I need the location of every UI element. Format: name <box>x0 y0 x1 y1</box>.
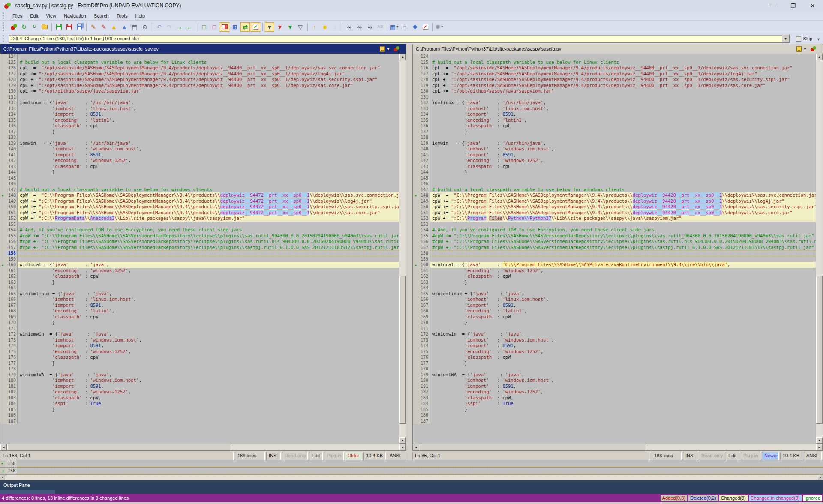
code-line[interactable]: 172winiomwin = {'java' : 'java', <box>413 331 816 337</box>
code-line[interactable]: 185 } <box>413 407 816 413</box>
grid-view-icon[interactable]: ⊞ <box>230 22 240 32</box>
scroll-right-icon[interactable]: ► <box>816 444 823 450</box>
code-line[interactable]: 132iomlinux = {'java' : '/usr/bin/java', <box>0 100 399 106</box>
scroll-left-icon[interactable]: ◄ <box>413 444 419 450</box>
code-line[interactable]: 167 'iomport' : 8591, <box>0 303 399 309</box>
code-line[interactable]: 125# build out a local classpath variabl… <box>0 60 399 66</box>
code-line[interactable]: 126cpL = "/opt/sasinside/SASHome/SASDepl… <box>413 65 816 71</box>
code-line[interactable]: 147# build out a local classpath variabl… <box>413 187 816 193</box>
code-line[interactable]: 157#cpW += ";C:\\Program Files\\SASHome\… <box>413 245 816 251</box>
code-line[interactable]: 154# And, if you've configured IOM to us… <box>413 227 816 233</box>
code-line[interactable]: 146 <box>413 181 816 187</box>
code-line[interactable]: 182 'encoding' : 'windows-1252', <box>413 389 816 395</box>
filter-all-icon[interactable]: ▼ <box>265 22 274 32</box>
app-icon[interactable] <box>9 22 18 32</box>
code-line[interactable]: 128cpL += ":/opt/sasinside/SASHome/SASDe… <box>413 77 816 83</box>
menu-help[interactable]: Help <box>131 12 149 19</box>
first-file-code-area[interactable]: 124125# build out a local classpath vari… <box>0 54 399 444</box>
copy-down-icon[interactable]: ↓ <box>330 22 340 32</box>
filter-second-icon[interactable]: ▼ <box>285 22 295 32</box>
code-line[interactable]: 130cpL += ":/opt/github/saspy/java/saspy… <box>413 88 816 94</box>
scroll-down-icon[interactable]: ▼ <box>399 437 406 444</box>
code-line[interactable]: 137 } <box>413 129 816 135</box>
save-first-icon[interactable] <box>54 22 63 32</box>
code-line[interactable]: 158 <box>0 250 399 256</box>
code-line[interactable]: 166 'iomhost' : 'linux.iom.host', <box>0 297 399 303</box>
find-icon[interactable]: ∞ <box>345 22 354 32</box>
code-line[interactable]: 130cpL += ":/opt/github/saspy/java/saspy… <box>0 88 399 94</box>
code-line[interactable]: 124 <box>0 54 399 60</box>
code-line[interactable]: 183 'classpath' : cpW, <box>413 395 816 401</box>
code-line[interactable]: 140 'iomhost' : 'windows.iom.host', <box>0 146 399 152</box>
code-line[interactable]: 170 } <box>413 320 816 326</box>
code-line[interactable]: 173 'iomhost' : 'windows.iom.host', <box>413 337 816 343</box>
code-line[interactable]: 153 <box>0 222 399 228</box>
diff-combo-dropdown-icon[interactable]: ▼ <box>782 35 790 43</box>
code-line[interactable]: 141 'iomport' : 8591, <box>413 152 816 158</box>
copy-path-icon[interactable] <box>796 46 802 52</box>
code-line[interactable]: 166 'iomhost' : 'linux.iom.host', <box>413 297 816 303</box>
code-line[interactable]: 169 'classpath' : cpW <box>413 314 816 320</box>
show-differences-icon[interactable]: □ <box>210 22 219 32</box>
code-line[interactable]: 127cpL += ":/opt/sasinside/SASHome/SASDe… <box>413 71 816 77</box>
pane-splitter[interactable] <box>406 44 412 451</box>
code-line[interactable]: 180 'iomhost' : 'windows.iom.host', <box>413 378 816 384</box>
code-line[interactable]: 176 'classpath' : cpW <box>0 354 399 360</box>
code-line[interactable]: 156#cpW += ";C:\\Program Files\\SASHome\… <box>413 239 816 245</box>
code-line[interactable]: 152cpW += ";C:\\Program Files\\Python\\P… <box>413 216 816 222</box>
code-line[interactable]: ◄160winlocal = {'java' : 'C:\\Program Fi… <box>413 262 816 268</box>
next-change-icon[interactable]: → <box>175 22 184 32</box>
code-line[interactable]: 178 <box>0 366 399 372</box>
code-line[interactable]: 131 <box>0 94 399 100</box>
current-diff-combo[interactable]: Diff 4: Change 1 line (160, first file) … <box>9 35 782 43</box>
code-line[interactable]: 145 <box>413 175 816 181</box>
code-line[interactable]: 143 'classpath' : cpL <box>413 164 816 170</box>
code-line[interactable]: 162 'classpath' : cpW <box>0 273 399 279</box>
code-line[interactable]: 150cpW += ";C:\\Program Files\\SASHome\\… <box>413 204 816 210</box>
code-line[interactable]: 135 'encoding' : 'latin1', <box>0 117 399 123</box>
skip-checkbox[interactable] <box>796 36 801 42</box>
code-line[interactable]: 133 'iomhost' : 'linux.iom.host', <box>413 106 816 112</box>
code-line[interactable]: 181 'iomport' : 8591, <box>0 384 399 390</box>
code-line[interactable]: ►148cpW = "C:\\Program Files\\SASHome\\S… <box>0 192 399 198</box>
second-vscroll-thumb[interactable] <box>816 276 823 424</box>
code-line[interactable]: 179winiomIWA = {'java' : 'java', <box>0 372 399 378</box>
code-line[interactable]: 134 'iomport' : 8591, <box>0 111 399 117</box>
settings-gear-icon[interactable]: ✺▼ <box>435 22 444 32</box>
code-line[interactable]: 129cpL += ":/opt/sasinside/SASHome/SASDe… <box>413 83 816 89</box>
code-line[interactable]: 164 <box>413 285 816 291</box>
recompare-icon[interactable]: ↻ <box>19 22 29 32</box>
code-line[interactable]: ◄148cpW = "C:\\Program Files\\SASHome\\S… <box>413 192 816 198</box>
code-line[interactable]: 141 'iomport' : 8591, <box>0 152 399 158</box>
scroll-left-icon[interactable]: ◄ <box>0 444 7 450</box>
code-line[interactable]: 165winiomlinux = {'java' : 'java', <box>0 291 399 297</box>
code-line[interactable]: 146 <box>0 181 399 187</box>
code-line[interactable]: 151cpW += ";C:\\Program Files\\SASHome\\… <box>0 210 399 216</box>
menu-edit[interactable]: Edit <box>26 12 42 19</box>
code-line[interactable]: 187 <box>413 418 816 424</box>
code-line[interactable]: 140 'iomhost' : 'windows.iom.host', <box>413 146 816 152</box>
code-line[interactable]: 184 'sspi' : True <box>413 401 816 407</box>
code-line[interactable]: 181 'iomport' : 8591, <box>413 384 816 390</box>
code-line[interactable]: 161 'encoding' : 'windows-1252', <box>0 268 399 274</box>
code-line[interactable]: 138 <box>0 135 399 141</box>
code-line[interactable]: 143 'classpath' : cpL <box>0 164 399 170</box>
second-horizontal-scrollbar[interactable]: ◄ ► <box>413 444 823 450</box>
code-line[interactable]: 175 'encoding' : 'windows-1252', <box>413 349 816 355</box>
code-line[interactable]: 187 <box>0 418 399 424</box>
code-line[interactable]: 157#cpW += ";C:\\Program Files\\SASHome\… <box>0 245 399 251</box>
code-line[interactable]: 177 } <box>413 360 816 366</box>
code-line[interactable]: 128cpL += ":/opt/sasinside/SASHome/SASDe… <box>0 77 399 83</box>
options-icon[interactable]: ✔ <box>421 22 430 32</box>
code-line[interactable]: 185 } <box>0 407 399 413</box>
code-line[interactable]: 134 'iomport' : 8591, <box>413 111 816 117</box>
code-line[interactable]: 127cpL += ":/opt/sasinside/SASHome/SASDe… <box>0 71 399 77</box>
first-file-header[interactable]: C:\Program Files\Python\Python37\Lib\sit… <box>0 44 406 54</box>
code-line[interactable]: 175 'encoding' : 'windows-1252', <box>0 349 399 355</box>
scroll-right-icon[interactable]: ► <box>818 475 823 480</box>
code-line[interactable]: 163 } <box>413 279 816 285</box>
code-line[interactable]: 159 <box>0 256 399 262</box>
second-hscroll-thumb[interactable] <box>420 444 645 450</box>
code-line[interactable]: 186 <box>0 412 399 418</box>
code-line[interactable]: 161 'encoding' : 'windows-1252', <box>413 268 816 274</box>
